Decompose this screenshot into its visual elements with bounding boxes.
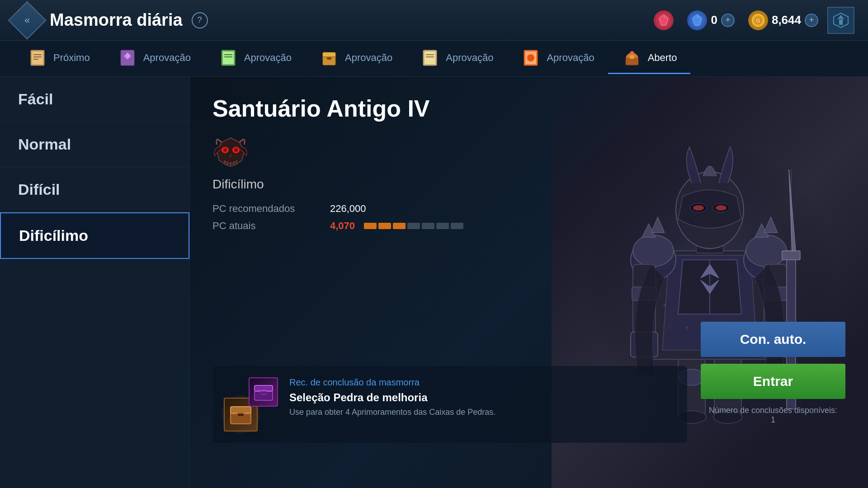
reward-chest-purple: [249, 377, 278, 407]
tab-aprovacao1-icon: [117, 47, 138, 68]
difficulty-label: Dificílimo: [212, 177, 845, 192]
sidebar-item-normal[interactable]: Normal: [0, 122, 189, 167]
auto-continue-button[interactable]: Con. auto.: [701, 322, 845, 357]
reward-text: Rec. de conclusão da masmorra Seleção Pe…: [289, 377, 676, 417]
profile-button[interactable]: [827, 7, 854, 34]
page-title: Masmorra diária: [50, 10, 183, 30]
gem-icon: [654, 10, 674, 30]
blue-gem-value: 0: [711, 13, 717, 27]
progress-seg-6: [436, 223, 449, 229]
tab-proximo[interactable]: Próximo: [14, 43, 104, 74]
help-button[interactable]: ?: [192, 12, 208, 28]
tab-aberto[interactable]: Aberto: [608, 43, 691, 74]
reward-name: Seleção Pedra de melhoria: [289, 391, 676, 404]
progress-seg-5: [422, 223, 434, 229]
pc-recomendados-value: 226,000: [330, 203, 366, 215]
header: « Masmorra diária ? 0 + G: [0, 0, 868, 41]
reward-description: Use para obter 4 Aprimoramentos das Caix…: [289, 408, 676, 417]
svg-rect-19: [223, 52, 234, 64]
currency-gem: [654, 10, 674, 30]
svg-rect-34: [630, 55, 634, 59]
tab-aprovacao2-label: Aprovação: [244, 52, 292, 64]
tab-aprovacao1[interactable]: Aprovação: [104, 43, 204, 74]
main-content: Fácil Normal Difícil Dificílimo: [0, 77, 868, 488]
help-label: ?: [198, 15, 202, 25]
progress-seg-4: [407, 223, 420, 229]
svg-rect-9: [839, 19, 843, 25]
detail-content: Santuário Antigo IV: [190, 77, 868, 488]
gold-icon: G: [748, 10, 768, 30]
reward-section: Rec. de conclusão da masmorra Seleção Pe…: [212, 366, 687, 443]
boss-icon-area: [212, 136, 845, 174]
currency-gold: G 8,644 +: [748, 10, 818, 30]
detail-panel: Santuário Antigo IV: [190, 77, 868, 488]
svg-point-74: [223, 148, 227, 152]
completions-label: Número de conclusões disponíveis:: [709, 406, 837, 415]
sidebar: Fácil Normal Difícil Dificílimo: [0, 77, 190, 488]
currency-blue-gem: 0 +: [687, 10, 734, 30]
gold-add-button[interactable]: +: [805, 14, 818, 27]
blue-gem-add-button[interactable]: +: [721, 14, 735, 27]
enter-button[interactable]: Entrar: [701, 364, 845, 399]
sidebar-item-facil[interactable]: Fácil: [0, 77, 189, 122]
back-icon: «: [24, 14, 30, 26]
reward-title: Rec. de conclusão da masmorra: [289, 377, 676, 388]
svg-rect-11: [32, 52, 43, 64]
svg-marker-8: [837, 15, 844, 19]
tab-aprovacao4-label: Aprovação: [446, 52, 493, 64]
sidebar-item-dificilimo[interactable]: Dificílimo: [0, 212, 189, 259]
completions-value: 1: [771, 415, 775, 424]
svg-rect-33: [626, 58, 638, 65]
progress-bar: [364, 223, 463, 229]
sidebar-item-dificil[interactable]: Difícil: [0, 167, 189, 212]
pc-atuais-label: PC atuais: [212, 220, 321, 232]
progress-seg-3: [393, 223, 406, 229]
dungeon-title: Santuário Antigo IV: [212, 95, 845, 122]
tab-aprovacao5-label: Aprovação: [547, 52, 594, 64]
blue-gem-icon: [687, 10, 707, 30]
progress-seg-7: [451, 223, 463, 229]
gold-value: 8,644: [772, 13, 801, 27]
tab-proximo-label: Próximo: [53, 52, 90, 64]
tab-aprovacao4-icon: [420, 47, 440, 68]
tab-aberto-label: Aberto: [648, 52, 677, 64]
pc-recomendados-row: PC recomendados 226,000: [212, 203, 845, 215]
progress-seg-1: [364, 223, 377, 229]
tab-aprovacao3-label: Aprovação: [345, 52, 392, 64]
svg-text:G: G: [756, 18, 760, 24]
tab-aprovacao2-icon: [218, 47, 239, 68]
tab-aprovacao2[interactable]: Aprovação: [204, 43, 305, 74]
tab-aprovacao5-icon: [520, 47, 541, 68]
boss-icon: [212, 136, 249, 172]
pc-atuais-value: 4,070: [330, 220, 355, 232]
svg-point-89: [261, 389, 266, 395]
tab-aberto-icon: [622, 47, 642, 68]
svg-point-32: [527, 54, 534, 61]
action-buttons: Con. auto. Entrar Número de conclusões d…: [701, 322, 845, 425]
tab-aprovacao3[interactable]: Aprovação: [305, 43, 406, 74]
pc-atuais-row: PC atuais 4,070: [212, 220, 845, 232]
svg-rect-27: [425, 52, 435, 64]
tab-aprovacao4[interactable]: Aprovação: [406, 43, 507, 74]
svg-point-75: [234, 148, 238, 152]
reward-icon-area: [224, 377, 278, 432]
pc-recomendados-label: PC recomendados: [212, 203, 321, 215]
back-button[interactable]: «: [8, 1, 47, 39]
tab-aprovacao3-icon: [319, 47, 340, 68]
profile-icon: [833, 12, 849, 28]
tab-proximo-icon: [27, 47, 48, 68]
tabs-bar: Próximo Aprovação Aprovação: [0, 41, 868, 77]
progress-seg-2: [378, 223, 391, 229]
completions-note: Número de conclusões disponíveis: 1: [701, 406, 845, 425]
tab-aprovacao5[interactable]: Aprovação: [507, 43, 608, 74]
tab-aprovacao1-label: Aprovação: [143, 52, 191, 64]
